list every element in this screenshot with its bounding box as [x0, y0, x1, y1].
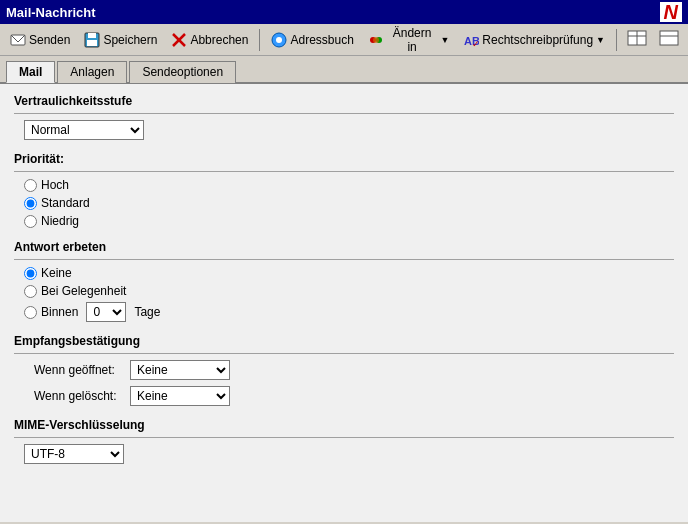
antwort-group: Keine Bei Gelegenheit Binnen 0 1 2 3 7 T… — [14, 266, 674, 322]
divider-5 — [14, 437, 674, 438]
empfang-label: Empfangsbestätigung — [14, 334, 674, 348]
divider-2 — [14, 171, 674, 172]
antwort-keine-radio[interactable] — [24, 267, 37, 280]
spell-icon: ABC ✓ — [463, 32, 479, 48]
prioritaet-hoch-radio[interactable] — [24, 179, 37, 192]
divider-1 — [14, 113, 674, 114]
prioritaet-hoch-row: Hoch — [24, 178, 674, 192]
svg-point-7 — [276, 37, 282, 43]
content-area: Vertraulichkeitsstufe Normal Persönlich … — [0, 84, 688, 522]
prioritaet-standard-label: Standard — [41, 196, 90, 210]
toolbar: Senden Speichern Abbrechen A — [0, 24, 688, 56]
aendern-button[interactable]: Ändern in ▼ — [362, 27, 456, 53]
prioritaet-niedrig-label: Niedrig — [41, 214, 79, 228]
antwort-keine-label: Keine — [41, 266, 72, 280]
antwort-binnen-radio[interactable] — [24, 306, 37, 319]
toolbar-separator-2 — [616, 29, 617, 51]
view-icon-1 — [627, 30, 647, 49]
tab-anlagen[interactable]: Anlagen — [57, 61, 127, 83]
view-btn-1[interactable] — [622, 27, 652, 53]
svg-rect-2 — [88, 33, 96, 38]
send-icon — [10, 32, 26, 48]
wenn-geloescht-label: Wenn gelöscht: — [34, 389, 124, 403]
send-button[interactable]: Senden — [4, 27, 76, 53]
antwort-label: Antwort erbeten — [14, 240, 674, 254]
vertraulichkeit-label: Vertraulichkeitsstufe — [14, 94, 674, 108]
tab-bar: Mail Anlagen Sendeoptionen — [0, 56, 688, 84]
vertraulichkeit-row: Normal Persönlich Privat Vertraulich — [14, 120, 674, 140]
aendern-dropdown-arrow: ▼ — [440, 35, 449, 45]
svg-point-10 — [373, 37, 379, 43]
section-mime: MIME-Verschlüsselung UTF-8 ISO-8859-1 US… — [14, 418, 674, 464]
mime-select[interactable]: UTF-8 ISO-8859-1 US-ASCII — [24, 444, 124, 464]
view-btn-2[interactable] — [654, 27, 684, 53]
binnen-value-select[interactable]: 0 1 2 3 7 — [86, 302, 126, 322]
tab-mail[interactable]: Mail — [6, 61, 55, 83]
spell-label: Rechtschreibprüfung — [482, 33, 593, 47]
view-icon-2 — [659, 30, 679, 49]
wenn-geoeffnet-select[interactable]: Keine Immer Fragen — [130, 360, 230, 380]
prioritaet-standard-row: Standard — [24, 196, 674, 210]
svg-rect-16 — [660, 31, 678, 45]
binnen-unit-label: Tage — [134, 305, 160, 319]
window-title: Mail-Nachricht — [6, 5, 96, 20]
antwort-binnen-row: Binnen 0 1 2 3 7 Tage — [24, 302, 674, 322]
wenn-geloescht-select[interactable]: Keine Immer Fragen — [130, 386, 230, 406]
spell-button[interactable]: ABC ✓ Rechtschreibprüfung ▼ — [457, 27, 611, 53]
antwort-gelegenheit-row: Bei Gelegenheit — [24, 284, 674, 298]
vertraulichkeit-select[interactable]: Normal Persönlich Privat Vertraulich — [24, 120, 144, 140]
wenn-geloescht-row: Wenn gelöscht: Keine Immer Fragen — [14, 386, 674, 406]
prioritaet-label: Priorität: — [14, 152, 674, 166]
antwort-keine-row: Keine — [24, 266, 674, 280]
mime-row: UTF-8 ISO-8859-1 US-ASCII — [14, 444, 674, 464]
adressbuch-label: Adressbuch — [290, 33, 353, 47]
antwort-gelegenheit-label: Bei Gelegenheit — [41, 284, 126, 298]
prioritaet-standard-radio[interactable] — [24, 197, 37, 210]
prioritaet-niedrig-row: Niedrig — [24, 214, 674, 228]
wenn-geoeffnet-label: Wenn geöffnet: — [34, 363, 124, 377]
section-vertraulichkeit: Vertraulichkeitsstufe Normal Persönlich … — [14, 94, 674, 140]
prioritaet-niedrig-radio[interactable] — [24, 215, 37, 228]
prioritaet-group: Hoch Standard Niedrig — [14, 178, 674, 228]
antwort-gelegenheit-radio[interactable] — [24, 285, 37, 298]
toolbar-separator-1 — [259, 29, 260, 51]
section-empfang: Empfangsbestätigung Wenn geöffnet: Keine… — [14, 334, 674, 406]
prioritaet-hoch-label: Hoch — [41, 178, 69, 192]
address-icon — [271, 32, 287, 48]
antwort-binnen-label: Binnen — [41, 305, 78, 319]
wenn-geoeffnet-row: Wenn geöffnet: Keine Immer Fragen — [14, 360, 674, 380]
save-button[interactable]: Speichern — [78, 27, 163, 53]
title-bar: Mail-Nachricht N — [0, 0, 688, 24]
cancel-button[interactable]: Abbrechen — [165, 27, 254, 53]
svg-text:✓: ✓ — [472, 39, 479, 48]
spell-dropdown-arrow: ▼ — [596, 35, 605, 45]
section-prioritaet: Priorität: Hoch Standard Niedrig — [14, 152, 674, 228]
adressbuch-button[interactable]: Adressbuch — [265, 27, 359, 53]
send-label: Senden — [29, 33, 70, 47]
mime-label: MIME-Verschlüsselung — [14, 418, 674, 432]
divider-4 — [14, 353, 674, 354]
change-icon — [368, 32, 384, 48]
section-antwort: Antwort erbeten Keine Bei Gelegenheit Bi… — [14, 240, 674, 322]
save-icon — [84, 32, 100, 48]
save-label: Speichern — [103, 33, 157, 47]
cancel-icon — [171, 32, 187, 48]
app-logo: N — [660, 2, 682, 22]
tab-sendeoptionen[interactable]: Sendeoptionen — [129, 61, 236, 83]
cancel-label: Abbrechen — [190, 33, 248, 47]
svg-rect-3 — [87, 40, 97, 46]
aendern-label: Ändern in — [387, 26, 438, 54]
divider-3 — [14, 259, 674, 260]
